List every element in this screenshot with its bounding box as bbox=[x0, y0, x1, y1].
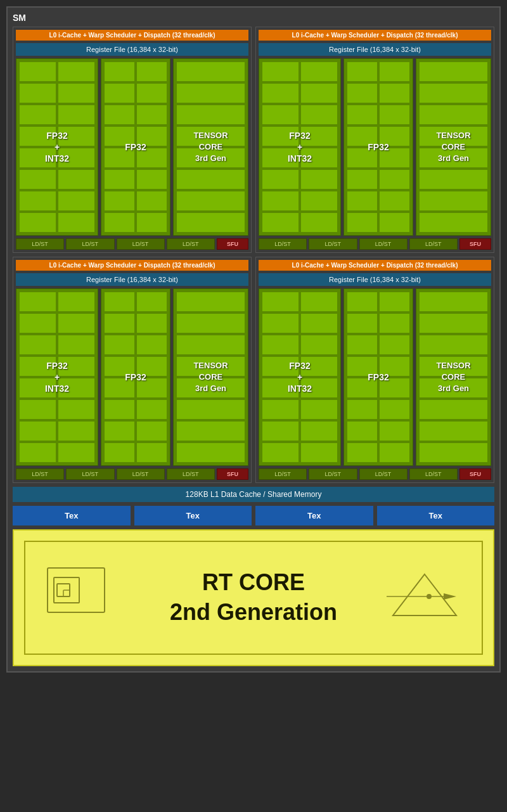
grid-cell bbox=[58, 105, 95, 125]
grid-cell bbox=[262, 356, 299, 377]
grid-cell bbox=[300, 313, 338, 333]
ldst-cell-1-q1: LD/ST bbox=[16, 238, 64, 250]
svg-rect-3 bbox=[63, 590, 70, 596]
grid-cell bbox=[379, 378, 410, 398]
fp32-int32-block-q3: FP32+INT32 bbox=[16, 288, 98, 466]
grid-cell bbox=[19, 105, 56, 125]
grid-cell bbox=[300, 212, 338, 233]
grid-cell bbox=[347, 292, 378, 312]
grid-cell bbox=[262, 442, 299, 463]
quadrant-3: L0 i-Cache + Warp Scheduler + Dispatch (… bbox=[13, 257, 252, 483]
grid-cell bbox=[136, 292, 167, 312]
svg-rect-0 bbox=[48, 568, 105, 612]
sfu-cell-q2: SFU bbox=[459, 238, 491, 250]
tensor-core-block-q3: TENSORCORE3rd Gen bbox=[173, 288, 248, 466]
grid-cell bbox=[379, 169, 410, 190]
fp32-int32-block-q2: FP32+INT32 bbox=[259, 58, 341, 236]
grid-cell bbox=[176, 169, 245, 190]
ldst-cell-2-q2: LD/ST bbox=[309, 238, 357, 250]
fp32-int32-block-q1: FP32+INT32 bbox=[16, 58, 98, 236]
grid-cell bbox=[379, 442, 410, 463]
grid-cell bbox=[58, 378, 95, 398]
grid-cell bbox=[262, 105, 299, 125]
grid-cell bbox=[300, 169, 338, 190]
grid-cell bbox=[419, 335, 488, 355]
grid-cell bbox=[104, 126, 135, 146]
grid-cell bbox=[379, 126, 410, 146]
grid-cell bbox=[104, 378, 135, 398]
grid-cell bbox=[419, 292, 488, 312]
tensor-core-block-q2: TENSORCORE3rd Gen bbox=[416, 58, 491, 236]
tex-unit-4: Tex bbox=[377, 506, 495, 525]
grid-cell bbox=[347, 313, 378, 333]
grid-cell bbox=[58, 335, 95, 355]
grid-cell bbox=[300, 105, 338, 125]
grid-cell bbox=[347, 335, 378, 355]
bvh-icon-left bbox=[44, 565, 108, 631]
grid-cell bbox=[104, 335, 135, 355]
grid-cell bbox=[58, 442, 95, 463]
grid-cell bbox=[300, 83, 338, 103]
grid-cell bbox=[262, 399, 299, 420]
grid-cell bbox=[379, 83, 410, 103]
grid-cell bbox=[58, 191, 95, 211]
grid-cell bbox=[419, 421, 488, 441]
grid-cell bbox=[347, 105, 378, 125]
tex-unit-2: Tex bbox=[134, 506, 252, 525]
ldst-cell-1-q2: LD/ST bbox=[259, 238, 307, 250]
l0-cache-bar-q4: L0 i-Cache + Warp Scheduler + Dispatch (… bbox=[259, 260, 491, 271]
grid-cell bbox=[262, 126, 299, 146]
grid-cell bbox=[300, 378, 338, 398]
cores-area-q1: FP32+INT32 FP32 bbox=[16, 58, 248, 236]
ldst-cell-3-q3: LD/ST bbox=[117, 468, 165, 480]
grid-cell bbox=[19, 399, 56, 420]
grid-cell bbox=[176, 191, 245, 211]
grid-cell bbox=[104, 169, 135, 190]
grid-cell bbox=[347, 191, 378, 211]
grid-cell bbox=[136, 335, 167, 355]
sfu-cell-q1: SFU bbox=[217, 238, 248, 250]
rt-core-text: RT CORE 2nd Generation bbox=[170, 568, 337, 628]
grid-cell bbox=[262, 378, 299, 398]
grid-cell bbox=[419, 126, 488, 146]
grid-cell bbox=[300, 442, 338, 463]
grid-cell bbox=[419, 191, 488, 211]
grid-cell bbox=[104, 399, 135, 420]
quadrant-4: L0 i-Cache + Warp Scheduler + Dispatch (… bbox=[255, 257, 494, 483]
grid-cell bbox=[58, 399, 95, 420]
ldst-cell-2-q3: LD/ST bbox=[66, 468, 114, 480]
grid-cell bbox=[176, 105, 245, 125]
grid-cell bbox=[58, 212, 95, 233]
grid-cell bbox=[136, 378, 167, 398]
tex-unit-3: Tex bbox=[255, 506, 373, 525]
grid-cell bbox=[419, 83, 488, 103]
grid-cell bbox=[176, 442, 245, 463]
ldst-sfu-row-q4: LD/ST LD/ST LD/ST LD/ST SFU bbox=[259, 468, 491, 480]
grid-cell bbox=[136, 148, 167, 168]
grid-cell bbox=[300, 126, 338, 146]
grid-cell bbox=[419, 212, 488, 233]
grid-cell bbox=[19, 83, 56, 103]
grid-cell bbox=[262, 83, 299, 103]
ldst-cell-3-q2: LD/ST bbox=[359, 238, 408, 250]
grid-cell bbox=[104, 212, 135, 233]
grid-cell bbox=[379, 61, 410, 82]
grid-cell bbox=[19, 148, 56, 168]
tensor-core-block-q1: TENSORCORE3rd Gen bbox=[173, 58, 248, 236]
grid-cell bbox=[300, 61, 338, 82]
grid-cell bbox=[419, 61, 488, 82]
grid-cell bbox=[347, 212, 378, 233]
grid-cell bbox=[104, 421, 135, 441]
ldst-cell-4-q1: LD/ST bbox=[167, 238, 215, 250]
grid-cell bbox=[176, 148, 245, 168]
grid-cell bbox=[262, 335, 299, 355]
grid-cell bbox=[176, 335, 245, 355]
grid-cell bbox=[379, 292, 410, 312]
grid-cell bbox=[347, 399, 378, 420]
grid-cell bbox=[379, 105, 410, 125]
grid-cell bbox=[176, 212, 245, 233]
grid-cell bbox=[58, 292, 95, 312]
grid-cell bbox=[379, 421, 410, 441]
grid-cell bbox=[58, 126, 95, 146]
grid-cell bbox=[262, 191, 299, 211]
